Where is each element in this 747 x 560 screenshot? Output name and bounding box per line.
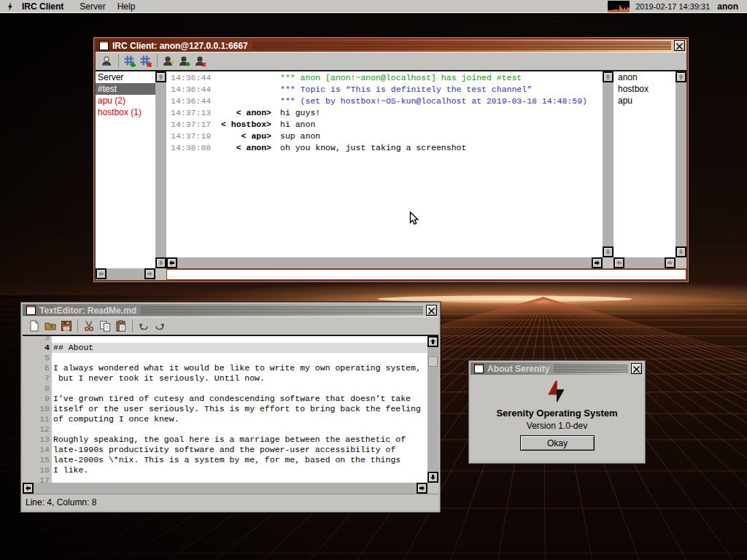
- editor-line: late-2000s \*nix. This is a system by me…: [52, 455, 427, 465]
- toolbar-separator: [132, 319, 133, 332]
- message-text: *** Topic is “This is definitely the tes…: [271, 85, 532, 94]
- editor-line: [52, 353, 427, 363]
- line-number: 7: [44, 373, 50, 384]
- texteditor-client-area: 34567891011121314151617 ## AboutI always…: [23, 336, 438, 510]
- system-menu-bolt-icon[interactable]: [7, 2, 14, 11]
- scroll-right-button[interactable]: [417, 483, 427, 494]
- scrollbar-corner: [155, 268, 166, 280]
- editor-line: [52, 384, 427, 394]
- titlebar-stripes: [554, 364, 628, 373]
- scroll-left-button[interactable]: [166, 257, 177, 268]
- toolbar-separator: [157, 55, 158, 68]
- change-nick-button[interactable]: [99, 54, 115, 69]
- member-list-item[interactable]: apu: [614, 95, 676, 106]
- irc-message-input[interactable]: [166, 268, 686, 280]
- chat-message-row: 14:37:17< hostbox>hi anon: [166, 118, 603, 130]
- close-icon: [632, 365, 641, 374]
- open-query-button[interactable]: [177, 54, 193, 69]
- open-icon: [44, 320, 56, 332]
- text-editor-content[interactable]: ## AboutI always wondered what it would …: [52, 336, 427, 483]
- save-icon: [61, 320, 72, 332]
- chat-vscrollbar[interactable]: [603, 71, 614, 257]
- scroll-right-button[interactable]: [592, 257, 603, 268]
- member-list-vscrollbar[interactable]: [676, 71, 686, 257]
- titlebar-stripes: [252, 41, 671, 50]
- channel-list-vscrollbar[interactable]: [155, 71, 166, 268]
- scrollbar-corner: [603, 257, 614, 268]
- scroll-left-button[interactable]: [96, 268, 107, 279]
- channel-list-hscrollbar[interactable]: [96, 268, 155, 280]
- menu-item-help[interactable]: Help: [117, 1, 136, 12]
- redo-button[interactable]: [152, 319, 168, 334]
- irc-member-list[interactable]: anonhostboxapu: [614, 71, 676, 257]
- about-close-button[interactable]: [631, 363, 642, 374]
- line-number: 3: [44, 336, 50, 343]
- message-text: hi anon: [271, 120, 315, 129]
- editor-line: of computing I once knew.: [52, 414, 427, 424]
- scroll-down-button[interactable]: [603, 246, 614, 257]
- up-arrow-icon: [605, 74, 611, 80]
- down-arrow-icon: [605, 249, 611, 255]
- okay-button[interactable]: Okay: [520, 435, 595, 451]
- scroll-down-button[interactable]: [676, 246, 686, 257]
- scroll-down-button[interactable]: [427, 472, 438, 483]
- scroll-right-button[interactable]: [665, 257, 676, 268]
- message-text: *** anon [anon!~anon@localhost] has join…: [271, 73, 522, 82]
- message-nick: < anon>: [212, 143, 271, 152]
- paste-button[interactable]: [113, 319, 129, 334]
- scrollbar-thumb[interactable]: [428, 357, 438, 367]
- texteditor-close-button[interactable]: [426, 305, 437, 316]
- new-button[interactable]: [26, 319, 42, 334]
- left-arrow-icon: [616, 260, 622, 266]
- message-timestamp: 14:37:17: [166, 120, 212, 129]
- scroll-right-button[interactable]: [144, 268, 155, 279]
- irc-titlebar[interactable]: IRC Client: anon@127.0.0.1:6667: [96, 39, 686, 52]
- irc-close-button[interactable]: [674, 40, 685, 51]
- editor-vscrollbar[interactable]: [427, 336, 438, 483]
- scroll-up-button[interactable]: [603, 71, 614, 82]
- member-list-item[interactable]: hostbox: [614, 83, 676, 95]
- texteditor-statusbar: Line: 4, Column: 8: [23, 494, 438, 510]
- cut-button[interactable]: [81, 319, 97, 334]
- irc-chat-log[interactable]: 14:36:44*** anon [anon!~anon@localhost] …: [166, 71, 603, 257]
- scroll-left-button[interactable]: [614, 257, 624, 268]
- save-button[interactable]: [58, 319, 74, 334]
- mouse-cursor: [409, 211, 419, 226]
- editor-line: [52, 424, 427, 435]
- whois-button[interactable]: ?: [160, 54, 177, 69]
- scroll-down-button[interactable]: [155, 257, 166, 268]
- open-button[interactable]: [42, 319, 58, 334]
- close-query-button[interactable]: [193, 54, 209, 69]
- editor-line: I like.: [52, 465, 427, 475]
- member-list-item[interactable]: anon: [614, 71, 676, 83]
- channel-list-item[interactable]: hostbox (1): [96, 106, 155, 118]
- line-number: 9: [44, 394, 50, 404]
- texteditor-titlebar[interactable]: TextEditor: ReadMe.md: [23, 304, 438, 316]
- channel-list-item[interactable]: Server: [96, 71, 155, 83]
- scrollbar-corner: [676, 257, 686, 268]
- close-icon: [675, 42, 684, 51]
- join-channel-button[interactable]: [122, 54, 138, 69]
- message-text: *** (set by hostbox!~OS-kun@localhost at…: [271, 96, 587, 106]
- undo-button[interactable]: [136, 319, 152, 334]
- channel-list-item[interactable]: apu (2): [96, 95, 155, 106]
- menu-item-server[interactable]: Server: [80, 1, 105, 12]
- irc-channel-list[interactable]: Server#testapu (2)hostbox (1): [96, 71, 155, 268]
- line-number: 12: [39, 424, 50, 435]
- about-titlebar[interactable]: About Serenity: [471, 362, 643, 375]
- message-timestamp: 14:38:08: [166, 143, 212, 152]
- scroll-up-button[interactable]: [155, 71, 166, 82]
- scroll-left-button[interactable]: [23, 483, 34, 494]
- editor-hscrollbar[interactable]: [23, 483, 427, 494]
- open-query-icon: [179, 55, 190, 67]
- member-list-hscrollbar[interactable]: [614, 257, 676, 268]
- editor-line: I’ve grown tired of cutesy and condescen…: [52, 394, 427, 404]
- part-channel-button[interactable]: [138, 54, 154, 69]
- scroll-up-button[interactable]: [427, 336, 438, 347]
- scroll-up-button[interactable]: [676, 71, 686, 82]
- copy-button[interactable]: [97, 319, 113, 334]
- chat-hscrollbar[interactable]: [166, 257, 603, 268]
- message-text: sup anon: [271, 131, 320, 141]
- channel-list-item[interactable]: #test: [96, 83, 155, 95]
- chat-message-row: 14:36:44*** anon [anon!~anon@localhost] …: [166, 71, 603, 83]
